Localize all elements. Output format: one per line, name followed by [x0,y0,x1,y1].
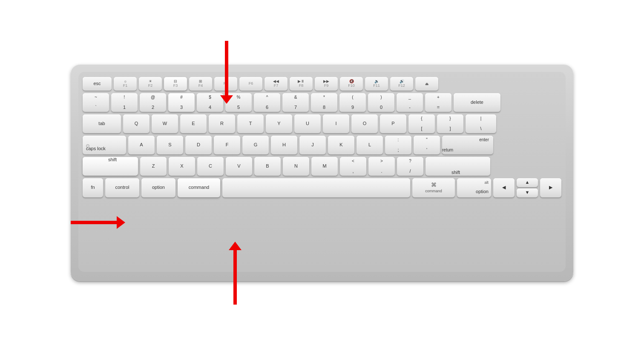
key-minus[interactable]: _ - [397,93,423,112]
key-f3[interactable]: ⊟ F3 [164,77,187,91]
key-x[interactable]: X [169,157,195,176]
key-command-right-label: command [425,189,442,194]
key-f12-icon: 🔊 [400,79,404,83]
key-z[interactable]: Z [140,157,167,176]
annotation-arrow-up-bottom [233,249,237,305]
key-left-shift[interactable]: shift [83,157,138,176]
key-2[interactable]: @ 2 [140,93,166,112]
key-o[interactable]: O [351,114,378,133]
key-b[interactable]: B [254,157,281,176]
key-j[interactable]: J [299,136,326,154]
key-eject[interactable]: ⏏ [415,77,438,91]
key-8[interactable]: * 8 [311,93,337,112]
key-tab[interactable]: tab [83,114,121,133]
key-9[interactable]: ( 9 [339,93,366,112]
key-0[interactable]: ) 0 [368,93,394,112]
key-a[interactable]: A [128,136,155,154]
key-f-label: F [226,142,229,148]
key-f9[interactable]: ▶▶ F9 [315,77,338,91]
key-f[interactable]: F [214,136,240,154]
key-arrow-left[interactable]: ◀ [493,178,515,197]
key-quote[interactable]: " ' [414,136,440,154]
key-u[interactable]: U [294,114,321,133]
key-p[interactable]: P [380,114,406,133]
key-n[interactable]: N [283,157,309,176]
key-f1[interactable]: ☼ F1 [114,77,137,91]
key-s[interactable]: S [157,136,183,154]
key-fn[interactable]: fn [83,178,103,197]
key-minus-top: _ [408,95,411,100]
key-f8[interactable]: ▶⏸ F8 [290,77,313,91]
key-control[interactable]: control [105,178,139,197]
key-r[interactable]: R [209,114,235,133]
key-f11[interactable]: 🔉 F11 [365,77,388,91]
key-f12[interactable]: 🔊 F12 [390,77,413,91]
key-option-left-label: option [152,185,165,190]
key-h[interactable]: H [271,136,297,154]
key-enter[interactable]: enter return [442,136,493,154]
key-option-right[interactable]: alt option [457,178,491,197]
key-comma[interactable]: < , [340,157,366,176]
key-arrow-down[interactable]: ▼ [517,188,538,197]
key-d[interactable]: D [185,136,212,154]
key-v[interactable]: V [226,157,252,176]
key-rbracket[interactable]: } ] [437,114,463,133]
key-right-shift[interactable]: shift [426,157,490,176]
key-caps-lock[interactable]: caps lock [83,136,126,154]
key-delete[interactable]: delete [454,93,500,112]
key-k[interactable]: K [328,136,354,154]
key-option-left[interactable]: option [141,178,175,197]
key-f2[interactable]: ☀ F2 [139,77,162,91]
key-o-label: O [363,121,367,126]
key-g[interactable]: G [242,136,269,154]
key-f10-icon: 🔇 [349,79,354,83]
key-q[interactable]: Q [123,114,150,133]
key-3[interactable]: # 3 [168,93,195,112]
arrow-up-down-cluster: ▲ ▼ [517,178,538,197]
key-6[interactable]: ^ 6 [254,93,280,112]
key-tilde-top: ~ [95,95,97,100]
key-c[interactable]: C [197,157,224,176]
key-esc[interactable]: esc [83,77,112,91]
key-arrow-right-icon: ▶ [549,185,552,190]
key-semicolon[interactable]: : ; [385,136,411,154]
key-i[interactable]: I [323,114,349,133]
key-space[interactable] [222,178,410,197]
key-period-top: > [380,159,383,163]
key-slash[interactable]: ? / [397,157,423,176]
key-i-label: I [335,121,336,126]
key-0-bottom: 0 [380,105,382,110]
key-f7[interactable]: ◀◀ F7 [264,77,288,91]
key-command-right[interactable]: ⌘ command [412,178,455,197]
key-l[interactable]: L [356,136,383,154]
key-lbracket[interactable]: { [ [408,114,435,133]
key-f4[interactable]: ⊞ F4 [189,77,212,91]
key-m[interactable]: M [311,157,338,176]
key-period[interactable]: > . [368,157,395,176]
key-f7-label: F7 [274,83,279,88]
key-tilde[interactable]: ~ ` [83,93,109,112]
key-f6[interactable]: F6 [239,77,262,91]
key-e[interactable]: E [180,114,207,133]
key-f12-label: F12 [398,83,405,88]
key-w[interactable]: W [152,114,178,133]
key-f7-icon: ◀◀ [273,79,279,83]
key-v-label: V [237,163,240,169]
key-l-label: L [368,142,371,148]
asdf-key-row: caps lock A S D F G H J K L : ; " ' [83,136,561,154]
key-1[interactable]: ! 1 [111,93,138,112]
key-f10[interactable]: 🔇 F10 [340,77,363,91]
key-arrow-right[interactable]: ▶ [540,178,561,197]
key-right-shift-label: shift [451,170,460,175]
key-y[interactable]: Y [266,114,292,133]
key-4[interactable]: $ 4 [197,93,223,112]
key-equals[interactable]: + = [425,93,451,112]
key-t[interactable]: T [237,114,264,133]
key-3-bottom: 3 [180,105,183,110]
key-q-label: Q [135,121,138,126]
key-7[interactable]: & 7 [282,93,309,112]
key-command-left[interactable]: command [178,178,220,197]
key-arrow-up[interactable]: ▲ [517,178,538,187]
key-backslash[interactable]: | \ [466,114,496,133]
key-equals-bottom: = [437,105,440,110]
